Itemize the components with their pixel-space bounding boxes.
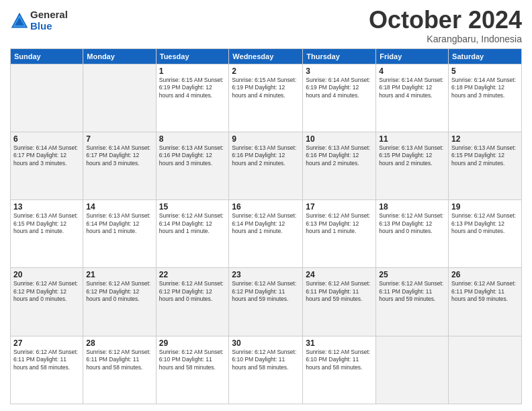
day-info: Sunrise: 6:13 AM Sunset: 6:16 PM Dayligh… (306, 144, 373, 167)
calendar-cell: 18Sunrise: 6:12 AM Sunset: 6:13 PM Dayli… (376, 200, 449, 268)
day-info: Sunrise: 6:12 AM Sunset: 6:13 PM Dayligh… (451, 212, 519, 235)
calendar-cell: 3Sunrise: 6:14 AM Sunset: 6:19 PM Daylig… (303, 64, 376, 132)
calendar-cell: 27Sunrise: 6:12 AM Sunset: 6:11 PM Dayli… (11, 336, 83, 404)
day-number: 20 (13, 270, 80, 279)
calendar-cell: 10Sunrise: 6:13 AM Sunset: 6:16 PM Dayli… (303, 132, 376, 199)
calendar-cell: 20Sunrise: 6:12 AM Sunset: 6:12 PM Dayli… (11, 268, 83, 336)
calendar-cell: 4Sunrise: 6:14 AM Sunset: 6:18 PM Daylig… (376, 64, 449, 132)
logo-general-text: General (30, 9, 68, 21)
weekday-header-wednesday: Wednesday (229, 48, 303, 64)
day-number: 17 (306, 202, 373, 212)
calendar-cell (376, 336, 449, 404)
header: General Blue October 2024 Karangbaru, In… (10, 7, 522, 44)
day-number: 21 (86, 270, 152, 279)
day-number: 6 (13, 134, 80, 144)
day-number: 7 (86, 134, 152, 144)
calendar-cell: 29Sunrise: 6:12 AM Sunset: 6:10 PM Dayli… (156, 336, 229, 404)
page: General Blue October 2024 Karangbaru, In… (0, 0, 532, 411)
calendar-cell: 26Sunrise: 6:12 AM Sunset: 6:11 PM Dayli… (449, 268, 522, 336)
day-info: Sunrise: 6:13 AM Sunset: 6:15 PM Dayligh… (451, 144, 519, 167)
day-info: Sunrise: 6:12 AM Sunset: 6:14 PM Dayligh… (232, 212, 300, 235)
day-number: 26 (451, 270, 519, 279)
weekday-header-tuesday: Tuesday (156, 48, 229, 64)
calendar-cell: 7Sunrise: 6:14 AM Sunset: 6:17 PM Daylig… (83, 132, 156, 199)
day-number: 29 (159, 338, 226, 348)
day-info: Sunrise: 6:12 AM Sunset: 6:11 PM Dayligh… (379, 280, 445, 303)
day-info: Sunrise: 6:13 AM Sunset: 6:16 PM Dayligh… (232, 144, 300, 167)
day-info: Sunrise: 6:12 AM Sunset: 6:14 PM Dayligh… (159, 212, 226, 235)
day-number: 27 (13, 338, 80, 348)
calendar-cell: 12Sunrise: 6:13 AM Sunset: 6:15 PM Dayli… (449, 132, 522, 199)
day-number: 16 (232, 202, 300, 212)
weekday-row: SundayMondayTuesdayWednesdayThursdayFrid… (11, 48, 522, 64)
calendar-cell: 8Sunrise: 6:13 AM Sunset: 6:16 PM Daylig… (156, 132, 229, 199)
day-number: 11 (379, 134, 445, 144)
weekday-header-friday: Friday (376, 48, 449, 64)
calendar-week-0: 1Sunrise: 6:15 AM Sunset: 6:19 PM Daylig… (11, 64, 522, 132)
weekday-header-saturday: Saturday (449, 48, 522, 64)
day-number: 28 (86, 338, 152, 348)
day-number: 14 (86, 202, 152, 212)
day-number: 1 (159, 66, 226, 76)
day-info: Sunrise: 6:12 AM Sunset: 6:10 PM Dayligh… (159, 349, 226, 371)
day-info: Sunrise: 6:14 AM Sunset: 6:18 PM Dayligh… (379, 77, 445, 99)
day-number: 2 (232, 66, 300, 76)
calendar-cell: 22Sunrise: 6:12 AM Sunset: 6:12 PM Dayli… (156, 268, 229, 336)
day-number: 9 (232, 134, 300, 144)
day-info: Sunrise: 6:12 AM Sunset: 6:11 PM Dayligh… (306, 280, 373, 303)
day-number: 18 (379, 202, 445, 212)
day-info: Sunrise: 6:12 AM Sunset: 6:10 PM Dayligh… (232, 349, 300, 371)
calendar-cell: 28Sunrise: 6:12 AM Sunset: 6:11 PM Dayli… (83, 336, 156, 404)
day-info: Sunrise: 6:12 AM Sunset: 6:12 PM Dayligh… (13, 280, 80, 303)
logo-icon (10, 11, 29, 30)
day-info: Sunrise: 6:12 AM Sunset: 6:11 PM Dayligh… (13, 349, 80, 371)
calendar-cell: 17Sunrise: 6:12 AM Sunset: 6:13 PM Dayli… (303, 200, 376, 268)
calendar-cell: 2Sunrise: 6:15 AM Sunset: 6:19 PM Daylig… (229, 64, 303, 132)
weekday-header-sunday: Sunday (11, 48, 83, 64)
day-number: 15 (159, 202, 226, 212)
calendar-week-1: 6Sunrise: 6:14 AM Sunset: 6:17 PM Daylig… (11, 132, 522, 199)
day-number: 12 (451, 134, 519, 144)
calendar-cell: 6Sunrise: 6:14 AM Sunset: 6:17 PM Daylig… (11, 132, 83, 199)
calendar-week-3: 20Sunrise: 6:12 AM Sunset: 6:12 PM Dayli… (11, 268, 522, 336)
calendar-cell: 14Sunrise: 6:13 AM Sunset: 6:14 PM Dayli… (83, 200, 156, 268)
calendar-cell (449, 336, 522, 404)
day-info: Sunrise: 6:12 AM Sunset: 6:12 PM Dayligh… (232, 280, 300, 303)
calendar-cell: 21Sunrise: 6:12 AM Sunset: 6:12 PM Dayli… (83, 268, 156, 336)
calendar-cell: 9Sunrise: 6:13 AM Sunset: 6:16 PM Daylig… (229, 132, 303, 199)
day-number: 30 (232, 338, 300, 348)
day-number: 19 (451, 202, 519, 212)
day-info: Sunrise: 6:12 AM Sunset: 6:10 PM Dayligh… (306, 349, 373, 371)
title-block: October 2024 Karangbaru, Indonesia (369, 7, 522, 44)
day-number: 24 (306, 270, 373, 279)
day-info: Sunrise: 6:14 AM Sunset: 6:17 PM Dayligh… (86, 144, 152, 167)
logo-text: General Blue (30, 9, 68, 32)
calendar-cell: 5Sunrise: 6:14 AM Sunset: 6:18 PM Daylig… (449, 64, 522, 132)
day-info: Sunrise: 6:13 AM Sunset: 6:15 PM Dayligh… (379, 144, 445, 167)
calendar-cell (11, 64, 83, 132)
calendar-cell: 30Sunrise: 6:12 AM Sunset: 6:10 PM Dayli… (229, 336, 303, 404)
day-number: 3 (306, 66, 373, 76)
day-info: Sunrise: 6:12 AM Sunset: 6:12 PM Dayligh… (159, 280, 226, 303)
logo-blue-text: Blue (30, 21, 68, 32)
calendar-cell: 11Sunrise: 6:13 AM Sunset: 6:15 PM Dayli… (376, 132, 449, 199)
day-number: 5 (451, 66, 519, 76)
calendar-week-2: 13Sunrise: 6:13 AM Sunset: 6:15 PM Dayli… (11, 200, 522, 268)
day-info: Sunrise: 6:13 AM Sunset: 6:16 PM Dayligh… (159, 144, 226, 167)
logo: General Blue (10, 9, 68, 32)
day-info: Sunrise: 6:12 AM Sunset: 6:13 PM Dayligh… (379, 212, 445, 235)
day-info: Sunrise: 6:12 AM Sunset: 6:11 PM Dayligh… (451, 280, 519, 303)
calendar-week-4: 27Sunrise: 6:12 AM Sunset: 6:11 PM Dayli… (11, 336, 522, 404)
calendar-cell: 24Sunrise: 6:12 AM Sunset: 6:11 PM Dayli… (303, 268, 376, 336)
calendar-cell: 1Sunrise: 6:15 AM Sunset: 6:19 PM Daylig… (156, 64, 229, 132)
day-info: Sunrise: 6:14 AM Sunset: 6:19 PM Dayligh… (306, 77, 373, 99)
day-info: Sunrise: 6:13 AM Sunset: 6:15 PM Dayligh… (13, 212, 80, 235)
calendar-cell: 15Sunrise: 6:12 AM Sunset: 6:14 PM Dayli… (156, 200, 229, 268)
calendar-cell: 19Sunrise: 6:12 AM Sunset: 6:13 PM Dayli… (449, 200, 522, 268)
day-number: 31 (306, 338, 373, 348)
day-number: 23 (232, 270, 300, 279)
day-number: 22 (159, 270, 226, 279)
day-info: Sunrise: 6:12 AM Sunset: 6:11 PM Dayligh… (86, 349, 152, 371)
day-info: Sunrise: 6:13 AM Sunset: 6:14 PM Dayligh… (86, 212, 152, 235)
day-info: Sunrise: 6:12 AM Sunset: 6:13 PM Dayligh… (306, 212, 373, 235)
